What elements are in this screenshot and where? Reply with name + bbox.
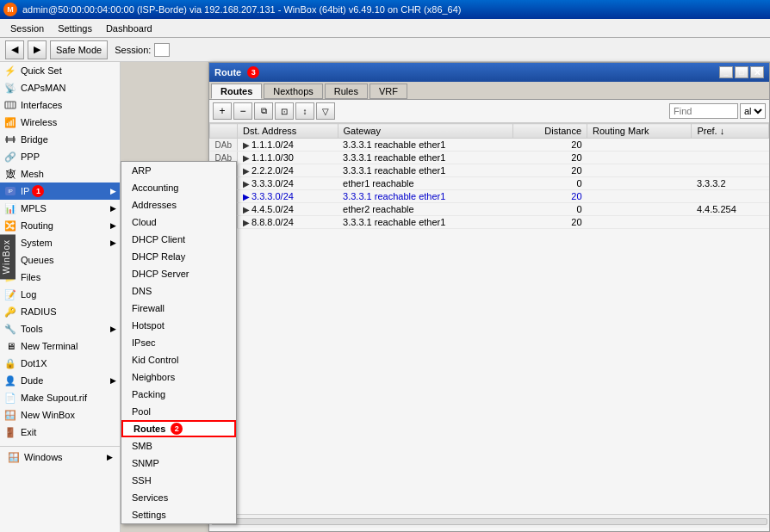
sidebar-item-bridge[interactable]: Bridge xyxy=(0,131,120,148)
sidebar-item-queues[interactable]: 📋 Queues xyxy=(0,251,120,269)
sidebar-item-new-terminal[interactable]: 🖥 New Terminal xyxy=(0,337,120,355)
sidebar-item-interfaces[interactable]: Interfaces xyxy=(0,96,120,114)
find-select[interactable]: all xyxy=(740,103,766,119)
sidebar-item-windows[interactable]: 🪟 Windows ▶ xyxy=(3,448,116,466)
sidebar-item-label: Quick Set xyxy=(21,65,62,76)
dropdown-item-routes[interactable]: Routes 2 xyxy=(121,420,236,437)
safe-mode-button[interactable]: Safe Mode xyxy=(50,40,108,59)
back-button[interactable]: ◀ xyxy=(5,40,24,59)
dropdown-item-neighbors[interactable]: Neighbors xyxy=(121,368,236,386)
table-row[interactable]: ▶2.2.2.0/243.3.3.1 reachable ether120 xyxy=(210,164,769,177)
col-header-flag xyxy=(210,124,238,139)
sidebar-item-tools[interactable]: 🔧 Tools ▶ xyxy=(0,320,120,337)
sidebar-item-system[interactable]: ⚙ System ▶ xyxy=(0,234,120,251)
close-button[interactable]: ✕ xyxy=(750,66,764,78)
find-input[interactable] xyxy=(669,103,738,119)
paste-route-button[interactable]: ⊡ xyxy=(275,102,294,120)
dropdown-item-services[interactable]: Services xyxy=(121,489,236,506)
horizontal-scrollbar[interactable] xyxy=(211,518,767,525)
sidebar-item-capsman[interactable]: 📡 CAPsMAN xyxy=(0,79,120,96)
add-route-button[interactable]: + xyxy=(213,102,232,120)
distance-cell: 0 xyxy=(512,203,587,216)
dropdown-item-ssh[interactable]: SSH xyxy=(121,472,236,489)
tools-icon: 🔧 xyxy=(3,322,17,336)
tab-rules[interactable]: Rules xyxy=(325,84,368,99)
maximize-button[interactable]: □ xyxy=(735,66,748,78)
dropdown-item-kid-control[interactable]: Kid Control xyxy=(121,351,236,368)
sidebar-item-make-supout[interactable]: 📄 Make Supout.rif xyxy=(0,389,120,406)
dropdown-item-ipsec[interactable]: IPsec xyxy=(121,334,236,351)
main-layout: ⚡ Quick Set 📡 CAPsMAN Interfaces 📶 Wirel… xyxy=(0,62,770,532)
routing-icon: 🔀 xyxy=(3,219,17,232)
pref-cell: 4.4.5.254 xyxy=(692,203,769,216)
filter-button[interactable]: ▽ xyxy=(316,102,335,120)
dropdown-item-dhcp-relay[interactable]: DHCP Relay xyxy=(121,248,236,265)
table-row[interactable]: ▶8.8.8.0/243.3.3.1 reachable ether120 xyxy=(210,216,769,229)
col-header-routing-mark[interactable]: Routing Mark xyxy=(587,124,692,139)
table-row[interactable]: ▶3.3.3.0/243.3.3.1 reachable ether120 xyxy=(210,190,769,203)
terminal-icon: 🖥 xyxy=(3,339,17,353)
gateway-cell: 3.3.3.1 reachable ether1 xyxy=(338,152,512,164)
dropdown-item-dhcp-client[interactable]: DHCP Client xyxy=(121,231,236,248)
sidebar-item-routing[interactable]: 🔀 Routing ▶ xyxy=(0,217,120,234)
col-header-gateway[interactable]: Gateway xyxy=(338,124,512,139)
forward-button[interactable]: ▶ xyxy=(28,40,47,59)
sidebar-item-log[interactable]: 📝 Log xyxy=(0,286,120,303)
dst-cell: ▶1.1.1.0/24 xyxy=(237,139,338,152)
sidebar-item-ppp[interactable]: 🔗 PPP xyxy=(0,148,120,165)
dropdown-item-dhcp-server[interactable]: DHCP Server xyxy=(121,265,236,282)
menu-session[interactable]: Session xyxy=(3,22,51,35)
sidebar-item-quick-set[interactable]: ⚡ Quick Set xyxy=(0,62,120,79)
minimize-button[interactable]: _ xyxy=(719,66,733,78)
sidebar-item-ip[interactable]: IP IP 1 ▶ xyxy=(0,182,120,200)
dropdown-item-pool[interactable]: Pool xyxy=(121,403,236,420)
sidebar-item-mpls[interactable]: 📊 MPLS ▶ xyxy=(0,200,120,217)
col-header-distance[interactable]: Distance xyxy=(512,124,587,139)
table-row[interactable]: ▶3.3.3.0/24ether1 reachable03.3.3.2 xyxy=(210,177,769,190)
dropdown-item-dns[interactable]: DNS xyxy=(121,282,236,300)
remove-route-button[interactable]: − xyxy=(233,102,252,120)
table-row[interactable]: DAb▶1.1.1.0/243.3.3.1 reachable ether120 xyxy=(210,139,769,152)
copy-route-button[interactable]: ⧉ xyxy=(254,102,273,120)
sidebar-item-dot1x[interactable]: 🔒 Dot1X xyxy=(0,355,120,372)
sort-button[interactable]: ↕ xyxy=(295,102,314,120)
sidebar-item-wireless[interactable]: 📶 Wireless xyxy=(0,114,120,131)
sidebar-item-label: Tools xyxy=(21,324,43,334)
tab-nexthops[interactable]: Nexthops xyxy=(264,84,322,99)
menu-dashboard[interactable]: Dashboard xyxy=(99,22,159,35)
dropdown-item-snmp[interactable]: SNMP xyxy=(121,455,236,472)
dropdown-item-settings[interactable]: Settings xyxy=(121,506,236,523)
interfaces-icon xyxy=(3,98,17,112)
dropdown-item-addresses[interactable]: Addresses xyxy=(121,196,236,213)
sidebar-item-dude[interactable]: 👤 Dude ▶ xyxy=(0,372,120,389)
sidebar-item-exit[interactable]: 🚪 Exit xyxy=(0,424,120,441)
routing-mark-cell xyxy=(587,164,692,177)
session-input[interactable] xyxy=(154,43,170,57)
sidebar-item-label: Bridge xyxy=(21,134,48,145)
sidebar-item-new-winbox[interactable]: 🪟 New WinBox xyxy=(0,406,120,424)
sidebar-item-label: New Terminal xyxy=(21,341,78,351)
dropdown-item-firewall[interactable]: Firewall xyxy=(121,300,236,317)
dropdown-item-packing[interactable]: Packing xyxy=(121,386,236,403)
sidebar-item-files[interactable]: 📁 Files xyxy=(0,269,120,286)
mpls-icon: 📊 xyxy=(3,201,17,215)
sidebar-item-radius[interactable]: 🔑 RADIUS xyxy=(0,303,120,320)
sidebar-item-label: Queues xyxy=(21,255,54,265)
row-flag-icon: ▶ xyxy=(243,218,250,227)
dropdown-item-smb[interactable]: SMB xyxy=(121,437,236,455)
dropdown-item-hotspot[interactable]: Hotspot xyxy=(121,317,236,334)
dropdown-item-cloud[interactable]: Cloud xyxy=(121,213,236,231)
dropdown-item-arp[interactable]: ARP xyxy=(121,162,236,179)
dropdown-item-accounting[interactable]: Accounting xyxy=(121,179,236,196)
sidebar-item-mesh[interactable]: 🕸 Mesh xyxy=(0,165,120,182)
wireless-icon: 📶 xyxy=(3,115,17,129)
tab-vrf[interactable]: VRF xyxy=(369,84,407,99)
table-row[interactable]: DAb▶1.1.1.0/303.3.3.1 reachable ether120 xyxy=(210,152,769,164)
tab-routes[interactable]: Routes xyxy=(211,84,262,99)
col-header-dst[interactable]: Dst. Address xyxy=(237,124,338,139)
col-header-pref[interactable]: Pref. ↓ xyxy=(692,124,769,139)
dude-arrow: ▶ xyxy=(110,376,116,385)
pref-cell: 3.3.3.2 xyxy=(692,177,769,190)
menu-settings[interactable]: Settings xyxy=(51,22,99,35)
table-row[interactable]: ▶4.4.5.0/24ether2 reachable04.4.5.254 xyxy=(210,203,769,216)
